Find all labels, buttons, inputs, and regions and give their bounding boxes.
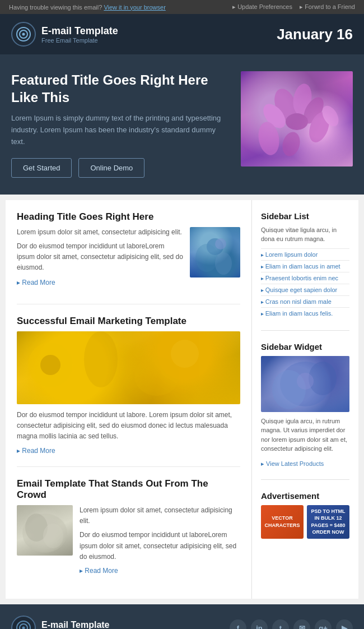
footer-brand-name: E-mail Template <box>41 620 110 629</box>
article-2-image-inner <box>17 331 240 404</box>
footer-logo: E-mail Template Free Email Template <box>11 616 110 629</box>
ad-images: VECTOR CHARACTERS PSD TO HTML IN BULK 12… <box>261 505 349 539</box>
article-2: Successful Email Marketing Template Dor … <box>17 316 240 468</box>
brand-name: E-mail Template <box>41 25 118 37</box>
facebook-icon[interactable]: f <box>230 619 246 629</box>
list-item: Quisque eget sapien dolor <box>261 284 349 295</box>
svg-point-18 <box>84 331 118 387</box>
article-1-image-inner <box>190 227 240 278</box>
hero-image-inner <box>241 71 353 166</box>
svg-point-13 <box>195 244 218 272</box>
hero-section: Featured Title Goes Right Here Like This… <box>0 54 364 195</box>
ad-2-text: PSD TO HTML IN BULK 12 PAGES = $480 ORDE… <box>307 506 349 538</box>
article-2-title: Successful Email Marketing Template <box>17 316 240 327</box>
main-wrapper: Heading Title Goes Right Here Lorem ipsu… <box>0 195 364 604</box>
footer-logo-text: E-mail Template Free Email Template <box>41 620 110 629</box>
linkedin-icon[interactable]: in <box>251 619 268 629</box>
article-3: Email Template That Stands Out From The … <box>17 478 240 588</box>
footer-logo-icon <box>11 616 36 629</box>
list-item: Eliam in diam lacus in amet <box>261 260 349 272</box>
article-3-image <box>17 505 73 556</box>
ad-image-2: PSD TO HTML IN BULK 12 PAGES = $480 ORDE… <box>307 505 349 539</box>
list-item-link[interactable]: Praesent lobortis enim nec <box>265 275 338 281</box>
article-3-text: Lorem ipsum dolor sit amet, consectetur … <box>80 505 240 576</box>
article-3-split: Lorem ipsum dolor sit amet, consectetur … <box>17 505 240 576</box>
ad-1-text: VECTOR CHARACTERS <box>261 512 304 531</box>
svg-point-7 <box>286 113 308 130</box>
logo-text: E-mail Template Free Email Template <box>41 25 118 44</box>
sidebar-widget-image <box>261 356 349 412</box>
get-started-button[interactable]: Get Started <box>11 158 72 178</box>
content-right: Sidebar List Quisque vitae ligula arcu, … <box>252 200 358 599</box>
article-1-para2: Dor do eiusmod tempor incididunt ut labo… <box>17 241 183 274</box>
hero-buttons: Get Started Online Demo <box>11 158 230 178</box>
svg-point-17 <box>40 355 60 375</box>
top-bar-right: Update Preferences Forwrd to a Friend <box>227 3 355 11</box>
list-item-link[interactable]: Eliam in diam lacus in amet <box>265 263 340 270</box>
forward-link[interactable]: Forwrd to a Friend <box>300 3 355 10</box>
article-3-intro: Lorem ipsum dolor sit amet, consectetur … <box>80 505 240 526</box>
sidebar-view-link[interactable]: View Latest Products <box>261 460 324 467</box>
sidebar-widget-title: Sidebar Widget <box>261 342 349 351</box>
hero-content: Featured Title Goes Right Here Like This… <box>11 71 230 178</box>
sidebar-widget-image-inner <box>261 356 349 412</box>
list-item: Cras non nisl diam male <box>261 295 349 307</box>
content-left: Heading Title Goes Right Here Lorem ipsu… <box>6 200 252 599</box>
social-icons: f in t ✉ g+ ▶ <box>230 619 353 629</box>
hero-body: Lorem Ipsum is simply dummy text of the … <box>11 113 230 147</box>
ad-image-1: VECTOR CHARACTERS <box>261 505 304 539</box>
sidebar-list-desc: Quisque vitae ligula arcu, in dona eu ru… <box>261 225 349 244</box>
youtube-icon[interactable]: ▶ <box>336 619 353 629</box>
hero-title: Featured Title Goes Right Here Like This <box>11 71 230 106</box>
list-item: Lorem lipsum dolor <box>261 248 349 260</box>
online-demo-button[interactable]: Online Demo <box>78 158 144 178</box>
sidebar-widget-section: Sidebar Widget Quisque igula arcu, in ru… <box>261 342 349 480</box>
list-item: Eliam in diam lacus felis. <box>261 307 349 319</box>
svg-point-27 <box>297 373 314 390</box>
list-item-link[interactable]: Quisque eget sapien dolor <box>265 286 337 293</box>
main-content: Heading Title Goes Right Here Lorem ipsu… <box>6 200 358 599</box>
article-3-read-more[interactable]: Read More <box>80 567 118 575</box>
footer-main: E-mail Template Free Email Template f in… <box>0 604 364 629</box>
svg-point-30 <box>22 627 25 629</box>
googleplus-icon[interactable]: g+ <box>315 619 332 629</box>
svg-point-15 <box>215 238 226 249</box>
article-1-title: Heading Title Goes Right Here <box>17 211 240 223</box>
article-2-read-more[interactable]: Read More <box>17 447 55 455</box>
list-item-link[interactable]: Eliam in diam lacus felis. <box>265 310 333 317</box>
logo-area: E-mail Template Free Email Template <box>11 22 118 47</box>
article-3-image-inner <box>17 505 73 556</box>
article-2-image <box>17 331 240 404</box>
article-1-image <box>190 227 240 278</box>
brand-sub: Free Email Template <box>41 37 118 44</box>
sidebar-list: Lorem lipsum dolor Eliam in diam lacus i… <box>261 248 349 319</box>
article-1: Heading Title Goes Right Here Lorem ipsu… <box>17 211 240 304</box>
svg-point-2 <box>22 33 25 36</box>
svg-point-14 <box>215 252 232 275</box>
article-3-title: Email Template That Stands Out From The … <box>17 478 240 501</box>
twitter-icon[interactable]: t <box>272 619 289 629</box>
svg-point-19 <box>134 357 179 396</box>
ad-title: Advertisement <box>261 491 349 501</box>
top-bar: Having trouble viewing this email? View … <box>0 0 364 14</box>
list-item: Praesent lobortis enim nec <box>261 272 349 284</box>
svg-point-20 <box>171 340 199 368</box>
header-date: January 16 <box>277 26 353 43</box>
hero-image <box>241 71 353 166</box>
email-icon[interactable]: ✉ <box>293 619 310 629</box>
header: E-mail Template Free Email Template Janu… <box>0 14 364 54</box>
logo-icon <box>11 22 36 47</box>
sidebar-widget-body: Quisque igula arcu, in rutrum magna. Ut … <box>261 417 349 454</box>
list-item-link[interactable]: Cras non nisl diam male <box>265 298 332 305</box>
list-item-link[interactable]: Lorem lipsum dolor <box>265 251 318 258</box>
article-1-read-more[interactable]: Read More <box>17 279 55 286</box>
article-1-header: Lorem ipsum dolor sit amet, consectetur … <box>17 227 240 287</box>
svg-point-10 <box>280 130 302 158</box>
view-in-browser-link[interactable]: View it in your browser <box>104 4 165 11</box>
sidebar-list-section: Sidebar List Quisque vitae ligula arcu, … <box>261 211 349 331</box>
article-1-para1: Lorem ipsum dolor sit amet, consectetur … <box>17 227 183 238</box>
update-prefs-link[interactable]: Update Preferences <box>232 3 292 10</box>
advertisement-section: Advertisement VECTOR CHARACTERS PSD TO H… <box>261 491 349 539</box>
sidebar-list-title: Sidebar List <box>261 211 349 221</box>
svg-point-23 <box>43 524 63 548</box>
